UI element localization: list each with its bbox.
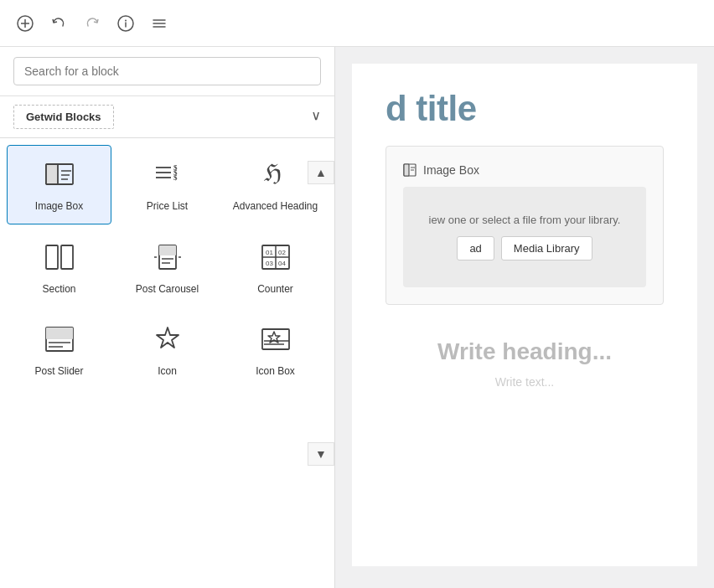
block-label-icon-box: Icon Box	[256, 365, 295, 379]
svg-text:03: 03	[266, 260, 273, 267]
image-box-block-icon	[403, 163, 416, 177]
block-item-post-carousel[interactable]: Post Carousel	[115, 228, 220, 307]
chevron-up-icon: ∧	[311, 109, 321, 125]
menu-button[interactable]	[144, 8, 174, 39]
chevron-up-small-icon: ▲	[315, 166, 327, 179]
placeholder-buttons: ad Media Library	[457, 236, 592, 260]
block-label-post-carousel: Post Carousel	[136, 283, 199, 297]
svg-rect-10	[46, 164, 58, 184]
block-item-image-box[interactable]: Image Box	[7, 145, 111, 224]
image-box-block-header: Image Box	[403, 163, 646, 177]
svg-text:$: $	[173, 173, 178, 182]
block-item-advanced-heading[interactable]: ℌ Advanced Heading	[223, 145, 328, 224]
image-box-block: Image Box iew one or select a file from …	[385, 146, 664, 305]
editor-page: d title Image Box iew one or select a fi…	[352, 64, 697, 566]
media-library-button[interactable]: Media Library	[501, 236, 592, 260]
inserter-panel: Getwid Blocks ∧ ▲ Image Box	[0, 47, 335, 588]
redo-button[interactable]	[77, 8, 107, 39]
svg-rect-40	[262, 329, 289, 349]
scroll-down-button[interactable]: ▼	[308, 442, 334, 466]
svg-text:01: 01	[266, 249, 273, 256]
toolbar	[0, 0, 714, 47]
block-item-price-list[interactable]: $ $ $ Price List	[115, 145, 220, 224]
placeholder-subtext-text: iew one or select a file from your libra…	[429, 214, 621, 226]
advanced-heading-icon: ℌ	[261, 159, 291, 193]
add-block-button[interactable]	[10, 8, 40, 39]
block-item-icon[interactable]: Icon	[115, 310, 220, 389]
svg-rect-21	[46, 245, 58, 269]
upload-button[interactable]: ad	[457, 236, 494, 260]
block-label-price-list: Price List	[147, 200, 188, 214]
section-icon	[44, 242, 75, 276]
image-box-icon	[44, 159, 75, 193]
search-input[interactable]	[13, 57, 321, 85]
block-item-counter[interactable]: 01 02 03 04 Counter	[223, 228, 328, 307]
block-label-post-slider: Post Slider	[34, 365, 83, 379]
blocks-grid: Image Box $ $ $ Price List ℌ	[0, 138, 334, 396]
price-list-icon: $ $ $	[153, 159, 183, 193]
post-slider-icon	[44, 324, 75, 358]
block-label-advanced-heading: Advanced Heading	[233, 200, 318, 214]
icon-block-icon	[153, 324, 183, 358]
placeholder-subtext: iew one or select a file from your libra…	[429, 214, 621, 226]
svg-rect-44	[404, 164, 409, 176]
write-heading-placeholder[interactable]: Write heading...	[385, 338, 664, 365]
svg-rect-22	[61, 245, 73, 269]
counter-icon: 01 02 03 04	[261, 242, 291, 276]
chevron-down-small-icon: ▼	[315, 447, 327, 461]
undo-button[interactable]	[44, 8, 74, 39]
svg-rect-37	[46, 328, 73, 339]
category-label: Getwid Blocks	[13, 105, 114, 129]
svg-rect-24	[159, 245, 176, 255]
image-box-block-title: Image Box	[423, 163, 479, 177]
block-label-counter: Counter	[257, 283, 293, 297]
block-item-post-slider[interactable]: Post Slider	[7, 310, 111, 389]
page-title[interactable]: d title	[385, 89, 664, 129]
block-label-icon: Icon	[158, 365, 177, 379]
svg-text:02: 02	[278, 249, 286, 256]
category-header[interactable]: Getwid Blocks ∧	[0, 96, 334, 138]
editor-area: d title Image Box iew one or select a fi…	[335, 47, 714, 588]
search-area	[0, 47, 334, 96]
block-item-section[interactable]: Section	[7, 228, 111, 307]
svg-point-5	[125, 19, 127, 21]
scroll-up-button[interactable]: ▲	[308, 161, 334, 184]
image-box-placeholder: iew one or select a file from your libra…	[403, 187, 646, 287]
block-item-icon-box[interactable]: Icon Box	[223, 310, 328, 389]
icon-box-icon	[261, 324, 291, 358]
svg-text:ℌ: ℌ	[264, 160, 282, 186]
block-label-image-box: Image Box	[35, 200, 83, 214]
block-label-section: Section	[42, 283, 75, 297]
write-text-placeholder[interactable]: Write text...	[385, 375, 664, 389]
svg-text:04: 04	[278, 260, 286, 267]
post-carousel-icon	[153, 242, 183, 276]
info-button[interactable]	[111, 8, 141, 39]
